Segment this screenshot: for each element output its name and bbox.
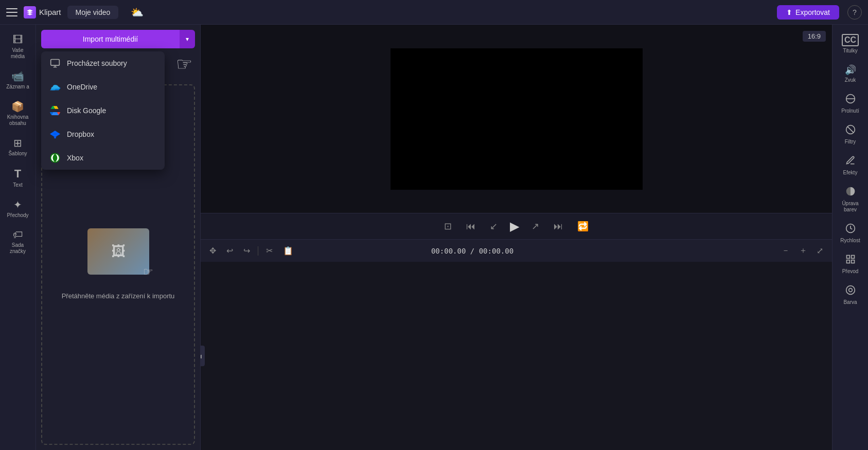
templates-icon: ⊞	[13, 137, 22, 149]
sidebar-item-templates[interactable]: ⊞ Šablony	[3, 133, 33, 161]
play-button[interactable]: ▶	[510, 219, 519, 233]
sidebar-label-text: Text	[13, 182, 22, 188]
right-label-color: Barva	[843, 299, 857, 305]
import-dropdown-menu: Procházet soubory OneDrive	[41, 51, 165, 170]
project-name-button[interactable]: Moje video	[67, 6, 119, 19]
left-sidebar: 🎞 Vaše média 📹 Záznam a 📦 Knihovna obsah…	[0, 25, 36, 450]
redo-button[interactable]: ↪	[241, 244, 253, 257]
your-media-icon: 🎞	[13, 34, 23, 46]
transitions-icon: ✦	[13, 199, 22, 211]
help-button[interactable]: ?	[847, 5, 862, 20]
filters-icon	[845, 124, 856, 137]
image-placeholder-icon: 🖼	[111, 243, 126, 260]
cut-button[interactable]: ✂	[263, 244, 275, 257]
copy-button[interactable]: 📋	[280, 244, 296, 257]
snap-button[interactable]: ✥	[207, 244, 219, 257]
right-item-color-correction[interactable]: Úprava barev	[834, 182, 867, 217]
app-logo: Klipart	[24, 6, 61, 19]
right-label-speed: Rychlost	[840, 238, 860, 244]
right-label-titles: Titulky	[843, 48, 858, 54]
dropbox-icon	[49, 129, 61, 140]
undo-button[interactable]: ↩	[224, 244, 236, 257]
sidebar-label-content-library: Knihovna obsahu	[5, 114, 31, 127]
color-icon	[845, 285, 856, 298]
sidebar-item-text[interactable]: T Text	[3, 163, 33, 192]
right-item-titles[interactable]: CC Titulky	[834, 30, 867, 58]
topbar-right: ⬆ Exportovat ?	[777, 5, 862, 20]
drag-hand-icon: ☞	[143, 265, 153, 279]
cc-icon: CC	[842, 34, 859, 46]
sidebar-item-your-media[interactable]: 🎞 Vaše média	[3, 30, 33, 64]
right-item-color[interactable]: Barva	[834, 281, 867, 310]
right-item-transform[interactable]: Převod	[834, 250, 867, 279]
aspect-ratio-badge[interactable]: 16:9	[803, 31, 826, 42]
right-item-filters[interactable]: Filtry	[834, 120, 867, 149]
right-item-effects[interactable]: Efekty	[834, 151, 867, 180]
drag-drop-thumbnail: 🖼 ☞	[87, 228, 149, 275]
sidebar-item-record[interactable]: 📹 Záznam a	[3, 66, 33, 94]
loop-button[interactable]: 🔁	[575, 219, 591, 234]
transform-icon	[845, 254, 856, 267]
logo-icon	[24, 6, 36, 19]
import-multimedia-button[interactable]: Import multimédií	[41, 30, 180, 48]
sidebar-label-your-media: Vaše média	[5, 47, 31, 60]
svg-point-13	[846, 286, 855, 295]
xbox-icon	[49, 152, 61, 164]
timeline-toolbar: ✥ ↩ ↪ ✂ 📋 00:00.00 / 00:00.00 － ＋ ⤢	[201, 239, 832, 262]
video-preview: 16:9	[201, 25, 832, 213]
dropdown-item-xbox[interactable]: Xbox	[41, 146, 165, 170]
svg-rect-9	[846, 256, 849, 259]
right-item-blend[interactable]: Prolnutí	[834, 89, 867, 118]
rewind-button[interactable]: ↙	[488, 219, 500, 234]
sidebar-item-content-library[interactable]: 📦 Knihovna obsahu	[3, 96, 33, 131]
right-label-filters: Filtry	[845, 139, 856, 145]
color-correction-icon	[845, 186, 856, 199]
content-library-icon: 📦	[11, 100, 24, 113]
right-item-speed[interactable]: Rychlost	[834, 219, 867, 248]
google-drive-label: Disk Google	[67, 106, 106, 115]
main-area: 🎞 Vaše média 📹 Záznam a 📦 Knihovna obsah…	[0, 25, 868, 450]
sound-icon: 🔊	[845, 64, 856, 76]
svg-rect-10	[851, 256, 854, 259]
onedrive-icon	[49, 81, 61, 93]
skip-to-start-button[interactable]: ⏮	[464, 219, 477, 234]
speed-icon	[845, 223, 856, 236]
video-canvas	[391, 48, 643, 190]
svg-rect-11	[851, 260, 854, 263]
import-chevron-button[interactable]: ▾	[180, 30, 195, 48]
onedrive-label: OneDrive	[67, 83, 97, 91]
export-label: Exportovat	[795, 8, 830, 16]
timeline-collapse-button[interactable]: ◀	[201, 346, 205, 366]
right-label-effects: Efekty	[843, 170, 858, 176]
current-time: 00:00.00	[431, 247, 466, 255]
right-label-sound: Zvuk	[845, 77, 856, 83]
badge-set-icon: 🏷	[13, 229, 23, 241]
hamburger-menu[interactable]	[6, 8, 17, 16]
dropdown-item-google-drive[interactable]: Disk Google	[41, 99, 165, 122]
center-area: 16:9 ⊡ ⏮ ↙ ▶ ↗ ⏭ 🔁 ✥ ↩ ↪ ✂ 📋 00:00.00 / …	[201, 25, 832, 450]
fit-to-window-button[interactable]: ⤢	[814, 244, 826, 257]
panel-header: Import multimédií ▾ Procházet soubory	[36, 25, 200, 53]
skip-to-end-button[interactable]: ⏭	[552, 219, 565, 234]
subtitles-toggle-button[interactable]: ⊡	[442, 219, 454, 234]
sidebar-label-templates: Šablony	[8, 151, 27, 157]
dropdown-item-dropbox[interactable]: Dropbox	[41, 122, 165, 146]
right-item-sound[interactable]: 🔊 Zvuk	[834, 60, 867, 87]
dropdown-item-browse[interactable]: Procházet soubory	[41, 51, 165, 75]
sidebar-item-transitions[interactable]: ✦ Přechody	[3, 194, 33, 223]
dropdown-item-onedrive[interactable]: OneDrive	[41, 75, 165, 99]
forward-button[interactable]: ↗	[529, 219, 541, 234]
toolbar-divider	[258, 246, 258, 256]
playback-controls: ⊡ ⏮ ↙ ▶ ↗ ⏭ 🔁	[201, 213, 832, 239]
export-upload-icon: ⬆	[786, 8, 792, 16]
export-button[interactable]: ⬆ Exportovat	[777, 5, 839, 20]
timeline: ◀	[201, 262, 832, 450]
sidebar-item-badge-set[interactable]: 🏷 Sada značky	[3, 225, 33, 259]
svg-rect-0	[51, 60, 60, 66]
right-label-color-correction: Úprava barev	[836, 201, 865, 213]
zoom-out-button[interactable]: －	[779, 244, 792, 258]
time-display: 00:00.00 / 00:00.00	[431, 247, 513, 255]
zoom-in-button[interactable]: ＋	[796, 244, 810, 258]
svg-rect-12	[846, 260, 849, 263]
right-sidebar: CC Titulky 🔊 Zvuk Prolnutí Filt	[832, 25, 868, 450]
